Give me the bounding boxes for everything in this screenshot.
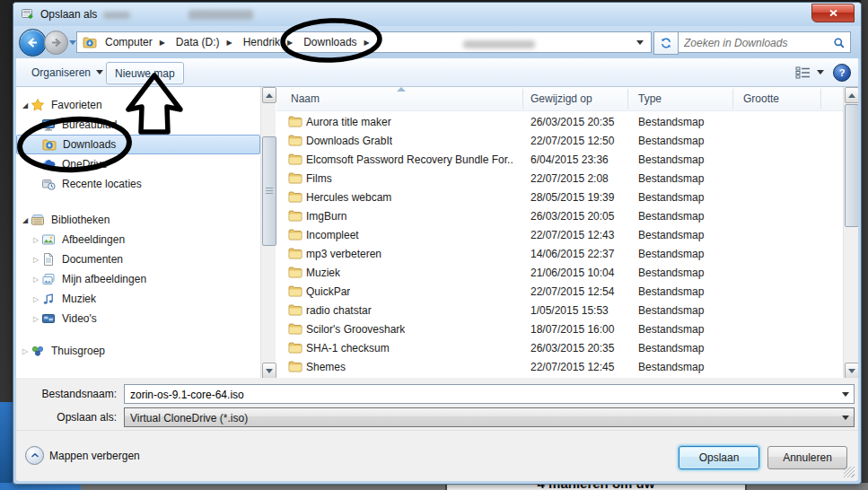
breadcrumb-item-data-d-[interactable]: Data (D:)▶	[170, 32, 237, 52]
column-header-grootte[interactable]: Grootte	[743, 92, 779, 105]
breadcrumb-label: Hendrik	[239, 36, 285, 48]
sidebar-item-recente-locaties[interactable]: Recente locaties	[16, 174, 260, 194]
dialog-footer: Mappen verbergen Opslaan Annuleren	[16, 430, 858, 481]
file-type: Bestandsmap	[638, 267, 704, 279]
scrollbar-thumb[interactable]	[845, 104, 858, 227]
file-row-incompleet[interactable]: Incompleet22/07/2015 12:43Bestandsmap	[276, 225, 843, 244]
chevron-down-icon[interactable]	[842, 392, 849, 397]
file-row-sha-1-checksum[interactable]: SHA-1 checksum26/03/2015 20:35Bestandsma…	[276, 338, 843, 357]
my-pictures-icon	[41, 272, 57, 286]
file-row-hercules-webcam[interactable]: Hercules webcam28/05/2015 19:39Bestandsm…	[276, 188, 843, 206]
chevron-down-icon	[817, 70, 824, 74]
new-folder-label: Nieuwe map	[115, 67, 175, 80]
address-dropdown-icon[interactable]	[636, 40, 644, 45]
folder-icon	[288, 265, 302, 279]
save-as-type-label: Opslaan als:	[16, 411, 117, 424]
expander-closed-icon[interactable]: ▷	[31, 276, 41, 284]
sidebar-item-onedrive[interactable]: OneDrive	[16, 154, 260, 174]
change-view-button[interactable]	[795, 66, 824, 79]
help-button[interactable]: ?	[833, 64, 851, 82]
sidebar-item-thuisgroep[interactable]: ▷Thuisgroep	[16, 341, 260, 361]
file-row-shemes[interactable]: Shemes22/07/2015 12:45Bestandsmap	[276, 357, 843, 376]
save-as-dialog: Opslaan als Computer▶Data (D:)▶Hendrik▶D…	[13, 2, 862, 485]
resize-grip-icon[interactable]	[844, 467, 855, 477]
close-button[interactable]	[811, 4, 855, 22]
forward-button[interactable]	[44, 31, 68, 55]
file-row-mp3-verbeteren[interactable]: mp3 verbeteren14/06/2015 22:37Bestandsma…	[276, 244, 843, 263]
folder-icon	[288, 133, 302, 147]
sidebar-item-documenten[interactable]: ▷Documenten	[16, 249, 260, 269]
file-row-radio-chatstar[interactable]: radio chatstar1/05/2015 15:53Bestandsmap	[276, 301, 843, 319]
sidebar-item-label: Muziek	[62, 293, 96, 305]
file-rows: Aurora title maker26/03/2015 20:35Bestan…	[276, 112, 843, 379]
file-modified-date: 22/07/2015 12:43	[530, 229, 614, 241]
breadcrumb-item-computer[interactable]: Computer▶	[99, 32, 170, 52]
sidebar-scrollbar[interactable]	[260, 87, 276, 379]
sort-ascending-icon	[397, 87, 406, 92]
sidebar-item-video-s[interactable]: ▷Video's	[16, 309, 260, 328]
breadcrumb-separator-icon[interactable]: ▶	[362, 39, 373, 47]
desktop-icon	[41, 118, 57, 132]
file-row-elcomsoft-password-recovery-bundle-for-[interactable]: Elcomsoft Password Recovery Bundle For..…	[276, 150, 843, 169]
file-row-films[interactable]: Films22/07/2015 2:08Bestandsmap	[276, 169, 843, 188]
column-header-gewijzigd-op[interactable]: Gewijzigd op	[530, 92, 592, 105]
folder-icon	[288, 114, 302, 128]
expander-open-icon[interactable]: ◢	[20, 101, 31, 109]
organize-button[interactable]: Organiseren	[23, 62, 111, 83]
history-dropdown[interactable]	[69, 40, 76, 45]
scroll-down-button[interactable]	[262, 363, 276, 379]
sidebar-item-muziek[interactable]: ▷Muziek	[16, 289, 260, 309]
title-bar[interactable]: Opslaan als	[13, 3, 861, 26]
file-name: ImgBurn	[306, 210, 346, 223]
sidebar-item-downloads[interactable]: Downloads	[16, 135, 260, 154]
file-row-downloads-grabit[interactable]: Downloads GrabIt22/07/2015 12:50Bestands…	[276, 131, 843, 150]
collapse-up-icon	[25, 446, 44, 465]
column-header-naam[interactable]: Naam	[291, 92, 320, 105]
file-row-scilor-s-grooveshark[interactable]: Scilor's Grooveshark18/07/2015 16:00Best…	[276, 319, 843, 338]
back-button[interactable]	[19, 29, 47, 57]
breadcrumb-separator-icon[interactable]: ▶	[157, 39, 168, 47]
search-input[interactable]	[682, 34, 829, 52]
file-row-imgburn[interactable]: ImgBurn26/03/2015 20:05Bestandsmap	[276, 206, 843, 225]
file-type: Bestandsmap	[638, 361, 704, 373]
expander-closed-icon[interactable]: ▷	[31, 295, 41, 303]
scroll-down-button[interactable]	[845, 363, 858, 379]
expander-closed-icon[interactable]: ▷	[31, 315, 41, 323]
file-modified-date: 22/07/2015 12:50	[530, 135, 614, 147]
sidebar-item-afbeeldingen[interactable]: ▷Afbeeldingen	[16, 230, 260, 249]
list-scrollbar[interactable]	[843, 87, 858, 379]
sidebar-item-favorieten[interactable]: ◢Favorieten	[16, 95, 260, 115]
expander-closed-icon[interactable]: ▷	[20, 347, 31, 355]
cancel-button-label: Annuleren	[783, 451, 832, 464]
browse-area: ◢FavorietenBureaubladDownloadsOneDriveRe…	[16, 86, 858, 379]
expander-open-icon[interactable]: ◢	[20, 216, 31, 224]
new-folder-button[interactable]: Nieuwe map	[106, 62, 184, 84]
address-bar[interactable]: Computer▶Data (D:)▶Hendrik▶Downloads▶	[76, 31, 652, 53]
folder-icon	[288, 359, 302, 373]
cancel-button[interactable]: Annuleren	[767, 446, 847, 469]
expander-closed-icon[interactable]: ▷	[31, 256, 41, 264]
file-modified-date: 26/03/2015 20:35	[530, 342, 614, 354]
refresh-button[interactable]	[653, 31, 679, 55]
sidebar-item-mijn-afbeeldingen[interactable]: ▷Mijn afbeeldingen	[16, 269, 260, 289]
scrollbar-thumb[interactable]	[262, 136, 276, 246]
breadcrumb-item-hendrik[interactable]: Hendrik▶	[237, 32, 298, 52]
sidebar-item-bibliotheken[interactable]: ◢Bibliotheken	[16, 210, 260, 230]
sidebar-item-bureaublad[interactable]: Bureaublad	[16, 115, 260, 135]
folder-icon	[288, 171, 302, 185]
filename-input[interactable]	[128, 386, 832, 404]
folder-icon	[288, 246, 302, 260]
breadcrumb-item-downloads[interactable]: Downloads▶	[297, 32, 374, 52]
expander-closed-icon[interactable]: ▷	[31, 236, 41, 244]
column-header-type[interactable]: Type	[638, 92, 662, 105]
file-row-quickpar[interactable]: QuickPar22/07/2015 12:54Bestandsmap	[276, 282, 843, 301]
breadcrumb-separator-icon[interactable]: ▶	[285, 39, 295, 47]
hide-folders-button[interactable]: Mappen verbergen	[25, 446, 140, 465]
save-button[interactable]: Opslaan	[679, 446, 759, 469]
scroll-up-button[interactable]	[262, 87, 276, 103]
scroll-up-button[interactable]	[845, 87, 858, 103]
file-row-muziek[interactable]: Muziek21/06/2015 10:04Bestandsmap	[276, 263, 843, 282]
file-row-aurora-title-maker[interactable]: Aurora title maker26/03/2015 20:35Bestan…	[276, 112, 843, 131]
breadcrumb-separator-icon[interactable]: ▶	[224, 39, 235, 47]
save-as-type-select[interactable]: Virtual CloneDrive (*.iso)	[124, 407, 855, 427]
